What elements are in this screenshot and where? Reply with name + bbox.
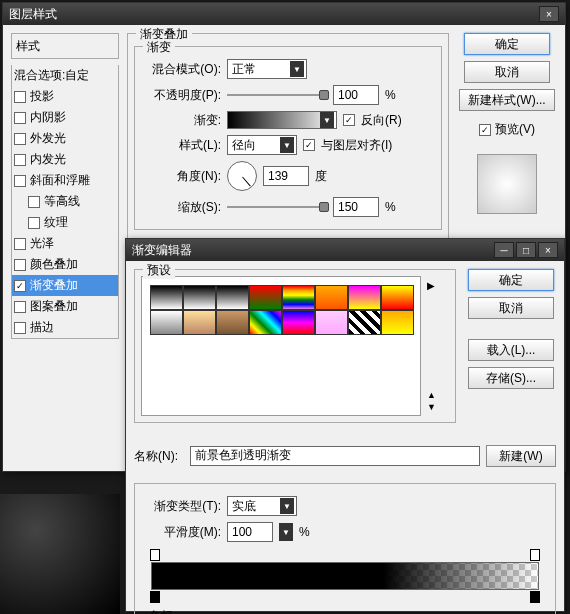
blend-options[interactable]: 混合选项:自定 — [12, 65, 118, 86]
chevron-down-icon: ▼ — [280, 137, 294, 153]
preset-swatch[interactable] — [315, 310, 348, 335]
color-stop[interactable] — [150, 591, 160, 603]
grad-type-select[interactable]: 实底▼ — [227, 496, 297, 516]
chevron-down-icon: ▼ — [290, 61, 304, 77]
close-icon[interactable]: × — [539, 6, 559, 22]
chevron-down-icon[interactable]: ▼ — [279, 523, 293, 541]
reverse-checkbox[interactable] — [343, 114, 355, 126]
chevron-down-icon: ▼ — [280, 498, 294, 514]
style-item-stroke[interactable]: 描边 — [12, 317, 118, 338]
style-item-color-overlay[interactable]: 颜色叠加 — [12, 254, 118, 275]
angle-dial[interactable] — [227, 161, 257, 191]
smooth-input[interactable]: 100 — [227, 522, 273, 542]
styles-header: 样式 — [16, 39, 40, 53]
preset-swatch[interactable] — [216, 310, 249, 335]
presets-label: 预设 — [143, 262, 175, 279]
name-label: 名称(N): — [134, 448, 184, 465]
editor-title: 渐变编辑器 — [132, 242, 192, 259]
new-style-button[interactable]: 新建样式(W)... — [459, 89, 554, 111]
preset-swatch[interactable] — [183, 310, 216, 335]
preset-swatch[interactable] — [282, 310, 315, 335]
angle-input[interactable]: 139 — [263, 166, 309, 186]
new-gradient-button[interactable]: 新建(W) — [486, 445, 556, 467]
align-checkbox[interactable] — [303, 139, 315, 151]
style-item-contour[interactable]: 等高线 — [12, 191, 118, 212]
scale-input[interactable]: 150 — [333, 197, 379, 217]
opacity-slider[interactable] — [227, 87, 327, 103]
editor-cancel-button[interactable]: 取消 — [468, 297, 554, 319]
editor-ok-button[interactable]: 确定 — [468, 269, 554, 291]
preset-swatch[interactable] — [315, 285, 348, 310]
gradient-label: 渐变: — [141, 112, 221, 129]
preview-checkbox[interactable] — [479, 124, 491, 136]
gradient-picker[interactable]: ▼ — [227, 111, 337, 129]
scale-label: 缩放(S): — [141, 199, 221, 216]
main-titlebar: 图层样式 × — [3, 3, 565, 25]
style-select[interactable]: 径向▼ — [227, 135, 297, 155]
style-item-bevel[interactable]: 斜面和浮雕 — [12, 170, 118, 191]
preset-swatch[interactable] — [249, 310, 282, 335]
name-input[interactable]: 前景色到透明渐变 — [190, 446, 480, 466]
blend-mode-select[interactable]: 正常▼ — [227, 59, 307, 79]
ok-button[interactable]: 确定 — [464, 33, 550, 55]
opacity-label: 不透明度(P): — [141, 87, 221, 104]
preset-swatch[interactable] — [381, 285, 414, 310]
grad-type-label: 渐变类型(T): — [141, 498, 221, 515]
scroll-up-icon[interactable]: ▲ — [427, 390, 436, 400]
style-item-shadow[interactable]: 投影 — [12, 86, 118, 107]
preset-swatch[interactable] — [249, 285, 282, 310]
blend-mode-label: 混合模式(O): — [141, 61, 221, 78]
preset-swatch[interactable] — [348, 310, 381, 335]
maximize-icon[interactable]: □ — [516, 242, 536, 258]
save-button[interactable]: 存储(S)... — [468, 367, 554, 389]
main-title: 图层样式 — [9, 6, 57, 23]
preview-box — [477, 154, 537, 214]
preset-swatch[interactable] — [348, 285, 381, 310]
style-item-gradient-overlay[interactable]: 渐变叠加 — [12, 275, 118, 296]
style-label: 样式(L): — [141, 137, 221, 154]
opacity-stop[interactable] — [530, 549, 540, 561]
color-stop[interactable] — [530, 591, 540, 603]
section-subtitle: 渐变 — [143, 39, 175, 56]
scroll-down-icon[interactable]: ▼ — [427, 402, 436, 412]
style-item-pattern-overlay[interactable]: 图案叠加 — [12, 296, 118, 317]
gradient-editor-bar[interactable] — [151, 562, 539, 590]
preset-swatch[interactable] — [381, 310, 414, 335]
preset-swatch[interactable] — [183, 285, 216, 310]
preset-swatch[interactable] — [150, 285, 183, 310]
load-button[interactable]: 载入(L)... — [468, 339, 554, 361]
cancel-button[interactable]: 取消 — [464, 61, 550, 83]
preset-swatch[interactable] — [282, 285, 315, 310]
opacity-stop[interactable] — [150, 549, 160, 561]
style-item-inner-glow[interactable]: 内发光 — [12, 149, 118, 170]
presets-box[interactable] — [141, 276, 421, 416]
style-item-outer-glow[interactable]: 外发光 — [12, 128, 118, 149]
stops-label: 色标 — [141, 608, 549, 614]
preset-swatch[interactable] — [216, 285, 249, 310]
editor-titlebar: 渐变编辑器 ─ □ × — [126, 239, 564, 261]
opacity-input[interactable]: 100 — [333, 85, 379, 105]
style-item-inner-shadow[interactable]: 内阴影 — [12, 107, 118, 128]
angle-label: 角度(N): — [141, 168, 221, 185]
chevron-down-icon: ▼ — [320, 112, 334, 128]
menu-arrow-icon[interactable]: ▶ — [427, 280, 436, 291]
style-item-texture[interactable]: 纹理 — [12, 212, 118, 233]
close-icon[interactable]: × — [538, 242, 558, 258]
preset-swatch[interactable] — [150, 310, 183, 335]
smooth-label: 平滑度(M): — [141, 524, 221, 541]
style-item-satin[interactable]: 光泽 — [12, 233, 118, 254]
minimize-icon[interactable]: ─ — [494, 242, 514, 258]
scale-slider[interactable] — [227, 199, 327, 215]
